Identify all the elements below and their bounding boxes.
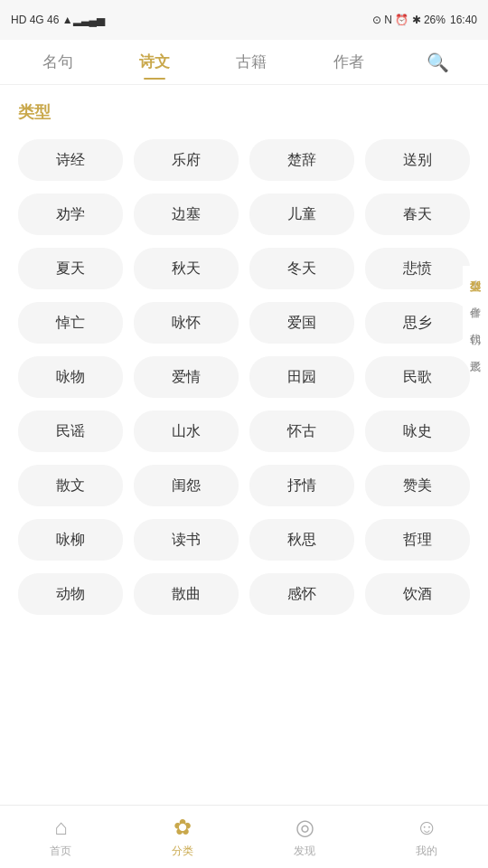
bottom-nav-home[interactable]: ⌂ 首页 bbox=[32, 809, 89, 864]
tag-item[interactable]: 动物 bbox=[18, 573, 123, 615]
tag-item[interactable]: 咏柳 bbox=[18, 519, 123, 561]
tag-item[interactable]: 秋天 bbox=[134, 248, 239, 289]
tag-item[interactable]: 感怀 bbox=[249, 573, 354, 615]
bottom-nav-home-label: 首页 bbox=[50, 844, 71, 859]
status-time: 16:40 bbox=[450, 14, 477, 26]
tag-item[interactable]: 思乡 bbox=[365, 302, 470, 344]
tab-zuozhe[interactable]: 作者 bbox=[323, 44, 375, 80]
tag-item[interactable]: 散文 bbox=[18, 465, 123, 506]
tag-item[interactable]: 咏史 bbox=[365, 410, 470, 452]
tag-item[interactable]: 爱情 bbox=[134, 356, 239, 398]
tag-item[interactable]: 闺怨 bbox=[134, 465, 239, 506]
sidebar-item-xingshi[interactable]: 形式 bbox=[468, 347, 483, 358]
tag-item[interactable]: 山水 bbox=[134, 410, 239, 452]
tag-item[interactable]: 夏天 bbox=[18, 248, 123, 289]
main-content: 类型 诗经乐府楚辞送别劝学边塞儿童春天夏天秋天冬天悲愤悼亡咏怀爱国思乡咏物爱情田… bbox=[0, 85, 488, 687]
tag-item[interactable]: 读书 bbox=[134, 519, 239, 561]
tab-gujing[interactable]: 古籍 bbox=[225, 44, 277, 80]
tag-item[interactable]: 散曲 bbox=[134, 573, 239, 615]
status-left: HD 4G 46 ▲▂▃▄▅ bbox=[11, 14, 105, 26]
tag-grid: 诗经乐府楚辞送别劝学边塞儿童春天夏天秋天冬天悲愤悼亡咏怀爱国思乡咏物爱情田园民歌… bbox=[18, 139, 470, 615]
tag-item[interactable]: 诗经 bbox=[18, 139, 123, 181]
tab-shiwen[interactable]: 诗文 bbox=[128, 44, 181, 80]
tag-item[interactable]: 秋思 bbox=[249, 519, 354, 561]
nav-tabs: 名句 诗文 古籍 作者 🔍 bbox=[0, 40, 488, 85]
status-bar: HD 4G 46 ▲▂▃▄▅ ⊙ N ⏰ ✱ 26% 16:40 bbox=[0, 0, 488, 40]
tag-item[interactable]: 咏怀 bbox=[134, 302, 239, 344]
tag-item[interactable]: 爱国 bbox=[249, 302, 354, 344]
right-sidebar: 类型 / 作者 / 朝代 / 形式 bbox=[463, 266, 488, 358]
tag-item[interactable]: 怀古 bbox=[249, 410, 354, 452]
tab-mingju[interactable]: 名句 bbox=[32, 44, 84, 80]
tag-item[interactable]: 悲愤 bbox=[365, 248, 470, 289]
discover-icon: ◎ bbox=[296, 815, 314, 840]
mine-icon: ☺ bbox=[416, 815, 438, 840]
tag-item[interactable]: 民谣 bbox=[18, 410, 123, 452]
tag-item[interactable]: 咏物 bbox=[18, 356, 123, 398]
sidebar-item-leixing[interactable]: 类型 bbox=[468, 266, 483, 277]
status-signal: HD 4G 46 ▲▂▃▄▅ bbox=[11, 14, 105, 26]
bottom-nav-mine-label: 我的 bbox=[416, 844, 437, 859]
status-icons: ⊙ N ⏰ ✱ 26% bbox=[372, 14, 446, 26]
bottom-nav-mine[interactable]: ☺ 我的 bbox=[398, 809, 456, 864]
tag-item[interactable]: 冬天 bbox=[249, 248, 354, 289]
tag-item[interactable]: 悼亡 bbox=[18, 302, 123, 344]
tag-item[interactable]: 哲理 bbox=[365, 519, 470, 561]
tag-item[interactable]: 边塞 bbox=[134, 193, 239, 235]
bottom-nav: ⌂ 首页 ✿ 分类 ◎ 发现 ☺ 我的 bbox=[0, 805, 488, 868]
tag-item[interactable]: 春天 bbox=[365, 193, 470, 235]
section-title: 类型 bbox=[18, 101, 470, 123]
tag-item[interactable]: 赞美 bbox=[365, 465, 470, 506]
tag-item[interactable]: 楚辞 bbox=[249, 139, 354, 181]
tag-item[interactable]: 抒情 bbox=[249, 465, 354, 506]
bottom-nav-category[interactable]: ✿ 分类 bbox=[154, 809, 211, 864]
sidebar-item-chaodai[interactable]: 朝代 bbox=[468, 320, 483, 331]
bottom-nav-discover-label: 发现 bbox=[294, 844, 315, 859]
tag-item[interactable]: 田园 bbox=[249, 356, 354, 398]
sidebar-item-zuozhe[interactable]: 作者 bbox=[468, 293, 483, 304]
tag-item[interactable]: 饮酒 bbox=[365, 573, 470, 615]
tag-item[interactable]: 送别 bbox=[365, 139, 470, 181]
search-icon[interactable]: 🔍 bbox=[419, 44, 456, 80]
home-icon: ⌂ bbox=[54, 815, 68, 840]
tag-item[interactable]: 乐府 bbox=[134, 139, 239, 181]
tag-item[interactable]: 劝学 bbox=[18, 193, 123, 235]
category-icon: ✿ bbox=[174, 815, 192, 840]
status-right: ⊙ N ⏰ ✱ 26% 16:40 bbox=[372, 14, 477, 26]
bottom-nav-category-label: 分类 bbox=[172, 844, 193, 859]
tag-item[interactable]: 民歌 bbox=[365, 356, 470, 398]
bottom-nav-discover[interactable]: ◎ 发现 bbox=[276, 809, 333, 864]
tag-item[interactable]: 儿童 bbox=[249, 193, 354, 235]
